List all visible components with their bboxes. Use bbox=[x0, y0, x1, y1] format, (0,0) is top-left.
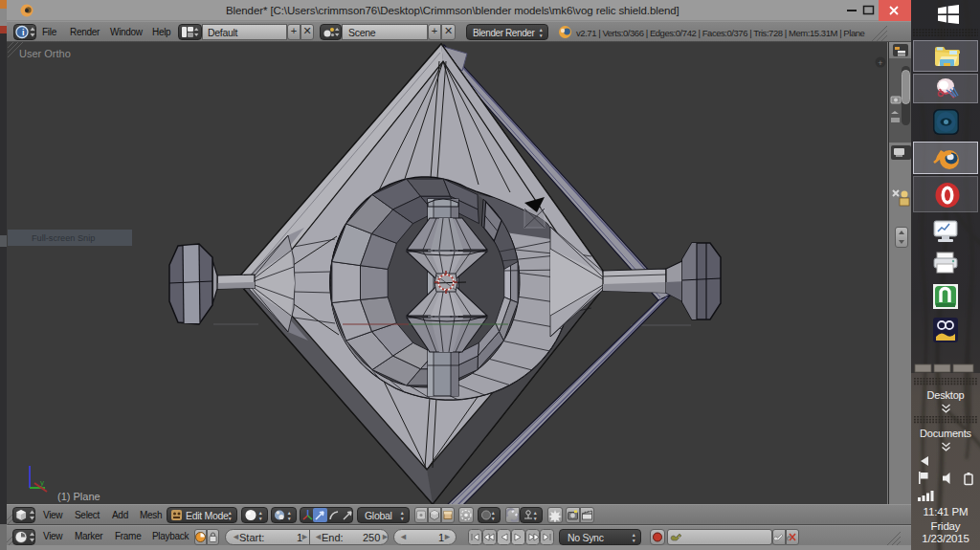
svg-text:i: i bbox=[22, 28, 24, 37]
svg-text:Full-screen Snip: Full-screen Snip bbox=[32, 233, 95, 243]
svg-text:y: y bbox=[40, 478, 44, 487]
svg-text:+: + bbox=[878, 58, 882, 68]
svg-text:User Ortho: User Ortho bbox=[19, 48, 71, 59]
svg-text:(1) Plane: (1) Plane bbox=[57, 491, 100, 502]
